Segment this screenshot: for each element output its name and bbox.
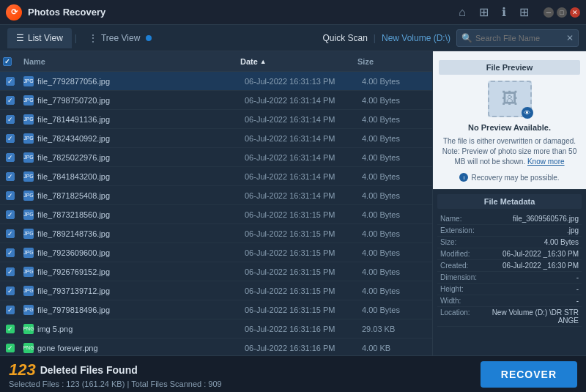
file-name-cell: PNG img 5.png [21,324,242,334]
apps-icon[interactable]: ⊞ [519,5,529,19]
tree-view-tab[interactable]: ⋮ Tree View [80,28,160,48]
file-size: 4.00 KB [359,344,432,352]
checkbox-icon: ✓ [6,344,15,352]
tab-divider: | [75,33,77,43]
table-row[interactable]: ✓ JPG file_7825022976.jpg 06-Jul-2022 16… [0,148,432,167]
list-view-tab[interactable]: ☰ List View [7,28,72,48]
home-icon[interactable]: ⌂ [459,6,466,19]
title-bar: ⟳ Photos Recovery ⌂ ⊞ ℹ ⊞ ─ □ ✕ [0,0,586,25]
file-checkbox[interactable]: ✓ [0,172,21,181]
meta-row: Modified:06-Jul-2022 _16:30 PM [437,248,582,260]
volume-label[interactable]: New Volume (D:\) [382,33,450,43]
preview-eye-icon: 👁 [522,107,533,119]
close-button[interactable]: ✕ [570,7,580,18]
file-checkbox[interactable]: ✓ [0,115,21,124]
file-size: 4.00 Bytes [359,115,432,124]
table-row[interactable]: ✓ JPG file_7792877056.jpg 06-Jul-2022 16… [0,72,432,91]
table-row[interactable]: ✓ JPG file_7824340992.jpg 06-Jul-2022 16… [0,129,432,148]
preview-image-icon: 🖼 [502,89,518,108]
scan-divider: | [374,33,376,43]
table-row[interactable]: ✓ PNG gone forever.png 06-Jul-2022 16:31… [0,339,432,355]
file-type-icon: JPG [23,76,34,86]
meta-key: Height: [440,285,464,293]
file-checkbox[interactable]: ✓ [0,229,21,238]
file-name-cell: JPG file_7937139712.jpg [21,286,242,296]
table-row[interactable]: ✓ PNG img 5.png 06-Jul-2022 16:31:16 PM … [0,319,432,339]
header-checkbox[interactable]: ✓ [3,57,12,66]
table-row[interactable]: ✓ JPG file_7937139712.jpg 06-Jul-2022 16… [0,281,432,300]
minimize-button[interactable]: ─ [544,7,554,18]
file-checkbox[interactable]: ✓ [0,134,21,143]
table-row[interactable]: ✓ JPG file_7814491136.jpg 06-Jul-2022 16… [0,110,432,129]
grid-icon[interactable]: ⊞ [479,5,489,19]
metadata-area: File Metadata Name:file_3609560576.jpgEx… [433,190,586,355]
file-name: file_7792877056.jpg [37,77,110,86]
file-date: 06-Jul-2022 16:31:15 PM [242,210,359,219]
checkbox-icon: ✓ [6,267,15,276]
table-row[interactable]: ✓ JPG file_7798750720.jpg 06-Jul-2022 16… [0,91,432,110]
file-type-icon: JPG [23,305,34,315]
file-checkbox[interactable]: ✓ [0,153,21,162]
list-view-label: List View [28,33,63,43]
recover-button[interactable]: RECOVER [481,361,577,388]
file-name: file_7871825408.jpg [37,191,110,200]
found-badge: 123 Deleted Files Found [9,360,222,380]
meta-val: .jpg [567,226,579,234]
file-checkbox[interactable]: ✓ [0,210,21,219]
search-close-icon[interactable]: ✕ [566,33,574,43]
tree-view-badge [146,35,152,41]
file-checkbox[interactable]: ✓ [0,191,21,200]
file-name-cell: JPG file_7873218560.jpg [21,210,242,220]
col-name[interactable]: Name [21,57,237,66]
table-row[interactable]: ✓ JPG file_7926769152.jpg 06-Jul-2022 16… [0,262,432,281]
file-checkbox[interactable]: ✓ [0,325,21,333]
file-type-icon: JPG [23,248,34,258]
table-row[interactable]: ✓ JPG file_7841843200.jpg 06-Jul-2022 16… [0,167,432,186]
table-row[interactable]: ✓ JPG file_7873218560.jpg 06-Jul-2022 16… [0,205,432,224]
file-checkbox[interactable]: ✓ [0,267,21,276]
quick-scan-label: Quick Scan [322,33,367,43]
file-date: 06-Jul-2022 16:31:14 PM [242,153,359,162]
maximize-button[interactable]: □ [557,7,567,18]
file-name: file_7937139712.jpg [37,286,110,295]
meta-val: - [576,285,579,293]
search-box[interactable]: 🔍 ✕ [456,29,579,47]
meta-val: 06-Jul-2022 _16:30 PM [502,262,579,270]
file-name: file_7926769152.jpg [37,267,110,276]
file-name-cell: JPG file_7892148736.jpg [21,229,242,239]
meta-key: Created: [440,262,468,270]
file-type-icon: JPG [23,229,34,239]
table-row[interactable]: ✓ JPG file_7979818496.jpg 06-Jul-2022 16… [0,300,432,319]
file-type-icon: JPG [23,267,34,277]
file-size: 4.00 Bytes [359,306,432,314]
col-size[interactable]: Size [355,57,428,66]
file-checkbox[interactable]: ✓ [0,96,21,105]
preview-desc: The file is either overwritten or damage… [439,136,580,167]
table-row[interactable]: ✓ JPG file_7871825408.jpg 06-Jul-2022 16… [0,186,432,205]
file-checkbox[interactable]: ✓ [0,344,21,352]
meta-val: New Volume (D:) \DR STRANGE [491,308,579,325]
file-name-cell: JPG file_7841843200.jpg [21,171,242,182]
col-date[interactable]: Date ▲ [237,57,355,66]
know-more-link[interactable]: Know more [527,158,565,166]
meta-val: 06-Jul-2022 _16:30 PM [502,250,579,258]
file-checkbox[interactable]: ✓ [0,248,21,257]
file-checkbox[interactable]: ✓ [0,286,21,295]
file-name: file_7825022976.jpg [37,153,110,162]
search-input[interactable] [475,34,563,42]
table-row[interactable]: ✓ JPG file_7892148736.jpg 06-Jul-2022 16… [0,224,432,243]
metadata-header: File Metadata [437,194,582,209]
table-row[interactable]: ✓ JPG file_7923609600.jpg 06-Jul-2022 16… [0,243,432,262]
file-checkbox[interactable]: ✓ [0,77,21,86]
info-icon[interactable]: ℹ [502,5,506,19]
file-type-icon: PNG [23,324,34,334]
meta-row: Created:06-Jul-2022 _16:30 PM [437,260,582,272]
checkbox-icon: ✓ [6,191,15,200]
file-date: 06-Jul-2022 16:31:16 PM [242,344,359,352]
file-checkbox[interactable]: ✓ [0,306,21,314]
file-type-icon: JPG [23,210,34,220]
file-size: 4.00 Bytes [359,172,432,181]
recovery-info-icon: i [459,173,468,182]
file-name-cell: JPG file_7824340992.jpg [21,133,242,144]
file-name: file_7814491136.jpg [37,115,110,124]
